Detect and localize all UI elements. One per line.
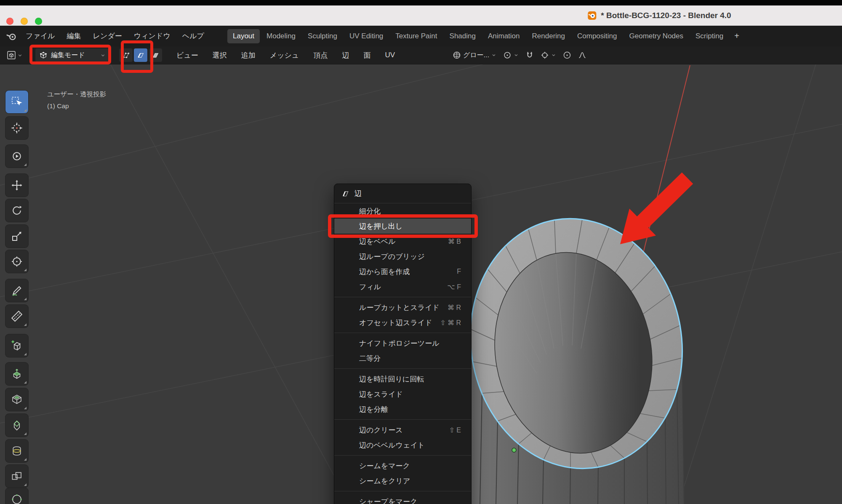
proportional-editing-toggle[interactable] [563,51,571,59]
tool-scale[interactable] [5,225,28,248]
context-menu-title: 辺 [354,189,362,198]
tool-3d-cursor[interactable] [5,117,28,139]
tool-annotate[interactable] [5,279,28,302]
tab-rendering[interactable]: Rendering [527,29,570,43]
edit-mode-icon [39,51,48,59]
zoom-button[interactable] [35,18,42,25]
tab-animation[interactable]: Animation [482,29,525,43]
snap-settings-dropdown[interactable] [541,51,556,59]
menu-item-loop-cut-and-slide[interactable]: ループカットとスライド ⌘ R [334,300,471,315]
menu-item-subdivide[interactable]: 細分化 [334,203,471,219]
menu-separator [334,368,471,369]
menu-item-offset-edge-slide[interactable]: オフセット辺スライド ⇧ ⌘ R [334,315,471,330]
tool-box-select[interactable] [5,91,28,113]
editor-type-button[interactable] [7,49,23,61]
screen-top-strip [0,0,842,5]
x-axis-line [643,65,690,253]
blender-logo-icon[interactable] [6,31,17,42]
tool-poly-build[interactable] [5,488,28,504]
snap-toggle[interactable] [525,51,534,59]
proportional-falloff-dropdown[interactable] [578,51,586,59]
tool-add-cube[interactable] [5,334,28,357]
chevron-down-icon [514,53,519,58]
menu-face[interactable]: 面 [356,51,378,60]
tab-scripting[interactable]: Scripting [690,29,729,43]
tab-uv-editing[interactable]: UV Editing [344,29,389,43]
tool-bevel[interactable] [5,414,28,437]
tool-rotate[interactable] [5,199,28,222]
tool-inset-faces[interactable] [5,388,28,411]
add-workspace-button[interactable]: + [730,30,743,42]
menu-item-edge-slide[interactable]: 辺をスライド [334,387,471,402]
tool-extrude-region[interactable] [5,363,28,385]
tool-loop-cut[interactable] [5,440,28,462]
extrude-region-icon [11,368,23,380]
menu-file[interactable]: ファイル [20,29,61,43]
tab-geometry-nodes[interactable]: Geometry Nodes [624,29,689,43]
knife-icon [11,470,23,483]
tab-layout[interactable]: Layout [227,29,260,43]
edge-select-button[interactable] [134,48,147,62]
menu-edge[interactable]: 辺 [335,51,356,60]
tab-sculpting[interactable]: Sculpting [302,29,343,43]
menu-select[interactable]: 選択 [205,51,234,60]
tab-compositing[interactable]: Compositing [572,29,623,43]
menu-item-edge-bevel-weight[interactable]: 辺のベベルウェイト [334,437,471,453]
tab-shading[interactable]: Shading [444,29,481,43]
tab-modeling[interactable]: Modeling [261,29,301,43]
menu-add[interactable]: 追加 [234,51,263,60]
menu-item-mark-sharp[interactable]: シャープをマーク [334,494,471,504]
menu-item-bridge-edge-loops[interactable]: 辺ループのブリッジ [334,249,471,264]
menu-item-clear-seam[interactable]: シームをクリア [334,473,471,488]
tool-transform[interactable] [5,250,28,273]
shortcut-label: ⌘ R [448,304,461,312]
close-button[interactable] [6,18,13,25]
menu-item-bevel-edges[interactable]: 辺をベベル ⌘ B [334,234,471,249]
vertex-select-button[interactable] [119,48,133,62]
menu-item-mark-seam[interactable]: シームをマーク [334,458,471,473]
menu-vertex[interactable]: 頂点 [306,51,335,60]
bevel-icon [11,419,23,432]
menu-separator [334,419,471,420]
chevron-down-icon [17,53,23,58]
minimize-button[interactable] [21,18,28,25]
pivot-point-icon [503,51,512,59]
menu-help[interactable]: ヘルプ [177,29,210,43]
tool-knife[interactable] [5,465,28,488]
transform-orientation-dropdown[interactable]: グロー... [453,51,496,60]
menu-view[interactable]: ビュー [169,51,205,60]
mesh-select-mode-group [119,48,162,62]
mode-dropdown[interactable]: 編集モード [35,48,109,62]
face-select-button[interactable] [149,48,162,62]
menu-item-edge-split[interactable]: 辺を分離 [334,402,471,417]
view-perspective-label: ユーザー・透視投影 [47,88,106,100]
pivot-point-dropdown[interactable] [503,51,519,59]
menu-render[interactable]: レンダー [88,29,128,43]
tool-move[interactable] [5,174,28,197]
tool-measure[interactable] [5,305,28,328]
viewport-header: 編集モード [0,46,842,64]
menu-mesh[interactable]: メッシュ [263,51,306,60]
menu-item-knife-topology-tool[interactable]: ナイフトポロジーツール [334,336,471,351]
active-object-label: (1) Cap [47,100,106,112]
shortcut-label: ⌘ B [448,237,461,245]
menu-item-extrude-edges[interactable]: 辺を押し出し [334,219,471,234]
tool-spin[interactable] [5,145,28,168]
cursor-3d-icon [11,122,23,134]
menu-item-edge-crease[interactable]: 辺のクリース ⇧ E [334,422,471,437]
face-select-icon [152,51,160,59]
loop-cut-icon [11,445,23,457]
spin-icon [11,150,23,163]
vertex-select-icon [122,51,130,59]
menu-item-bisect[interactable]: 二等分 [334,351,471,366]
edge-menu-icon [341,189,350,198]
annotate-icon [11,284,23,297]
menu-item-rotate-edge-cw[interactable]: 辺を時計回りに回転 [334,371,471,387]
menu-uv[interactable]: UV [378,51,402,59]
menu-edit[interactable]: 編集 [61,29,87,43]
menu-window[interactable]: ウィンドウ [128,29,176,43]
viewport-header-right: グロー... [453,46,586,64]
tab-texture-paint[interactable]: Texture Paint [390,29,442,43]
menu-item-new-face-from-edges[interactable]: 辺から面を作成 F [334,264,471,279]
menu-item-fill[interactable]: フィル ⌥ F [334,279,471,294]
